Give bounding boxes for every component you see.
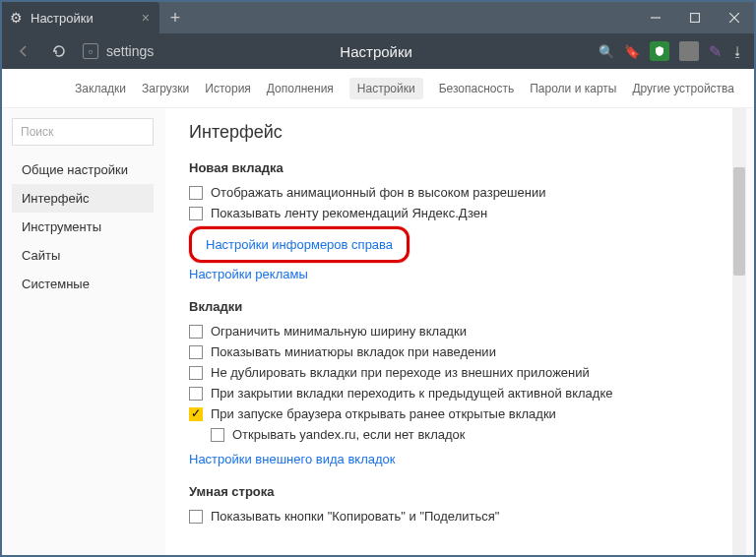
chk-copy-share[interactable]: Показывать кнопки "Копировать" и "Подели… xyxy=(189,509,723,524)
reload-button[interactable] xyxy=(47,39,71,63)
scrollbar-thumb[interactable] xyxy=(733,167,745,276)
sidebar-item-tools[interactable]: Инструменты xyxy=(12,213,154,241)
settings-sidebar: Поиск Общие настройки Интерфейс Инструме… xyxy=(12,108,154,555)
new-tab-button[interactable]: + xyxy=(159,8,191,29)
content-heading: Интерфейс xyxy=(189,122,723,143)
page-title: Настройки xyxy=(165,43,587,60)
section-smartbar-title: Умная строка xyxy=(189,484,723,499)
section-newtab-title: Новая вкладка xyxy=(189,160,723,175)
topnav-devices[interactable]: Другие устройства xyxy=(632,82,734,95)
topnav-passwords[interactable]: Пароли и карты xyxy=(530,82,616,95)
chk-no-duplicate-box[interactable] xyxy=(189,366,203,380)
search-icon[interactable]: 🔍 xyxy=(598,44,614,59)
highlight-annotation: Настройки информеров справа xyxy=(189,226,410,263)
chk-tab-thumbs-box[interactable] xyxy=(189,345,203,359)
link-tab-appearance[interactable]: Настройки внешнего вида вкладок xyxy=(189,452,395,466)
topnav-security[interactable]: Безопасность xyxy=(439,82,515,95)
bookmark-icon[interactable]: 🔖 xyxy=(624,44,640,59)
chk-restore-tabs[interactable]: При запуске браузера открывать ранее отк… xyxy=(189,406,723,421)
topnav-bookmarks[interactable]: Закладки xyxy=(75,82,126,95)
chk-zen-feed[interactable]: Показывать ленту рекомендаций Яндекс.Дзе… xyxy=(189,206,723,220)
sidebar-item-sites[interactable]: Сайты xyxy=(12,241,154,270)
svg-rect-1 xyxy=(691,14,700,23)
chk-min-width-box[interactable] xyxy=(189,325,203,339)
chk-no-duplicate[interactable]: Не дублировать вкладки при переходе из в… xyxy=(189,365,723,380)
url-text: settings xyxy=(106,43,154,59)
feather-icon[interactable]: ✎ xyxy=(709,42,722,61)
topnav-history[interactable]: История xyxy=(205,82,251,95)
chk-min-width[interactable]: Ограничить минимальную ширину вкладки xyxy=(189,324,723,339)
topnav-settings[interactable]: Настройки xyxy=(349,78,423,99)
chk-anim-bg[interactable]: Отображать анимационный фон в высоком ра… xyxy=(189,185,723,200)
close-tab-icon[interactable]: × xyxy=(142,10,150,26)
topnav-downloads[interactable]: Загрузки xyxy=(142,82,189,95)
url-box[interactable]: ○ settings xyxy=(83,43,154,59)
download-icon[interactable]: ⭳ xyxy=(731,44,744,59)
chk-zen-feed-box[interactable] xyxy=(189,207,203,220)
chk-open-yandex[interactable]: Открывать yandex.ru, если нет вкладок xyxy=(211,427,723,442)
settings-content: Интерфейс Новая вкладка Отображать анима… xyxy=(165,108,746,555)
content-scrollbar[interactable] xyxy=(732,108,746,555)
page-body: Поиск Общие настройки Интерфейс Инструме… xyxy=(2,108,754,555)
browser-tab[interactable]: ⚙ Настройки × xyxy=(2,2,159,33)
address-bar: ○ settings Настройки 🔍 🔖 ✎ ⭳ xyxy=(2,33,754,69)
chk-close-prev-box[interactable] xyxy=(189,387,203,401)
sidebar-item-general[interactable]: Общие настройки xyxy=(12,155,154,184)
settings-top-nav: Закладки Загрузки История Дополнения Нас… xyxy=(2,69,754,108)
close-window-button[interactable] xyxy=(715,2,754,33)
chk-restore-tabs-box[interactable] xyxy=(189,407,203,421)
chk-close-prev[interactable]: При закрытии вкладки переходить к предыд… xyxy=(189,386,723,401)
sidebar-search-input[interactable]: Поиск xyxy=(12,118,154,146)
minimize-button[interactable] xyxy=(636,2,675,33)
chk-anim-bg-box[interactable] xyxy=(189,186,203,200)
protect-icon[interactable] xyxy=(650,41,669,61)
section-tabs-title: Вкладки xyxy=(189,299,723,314)
chk-open-yandex-box[interactable] xyxy=(211,428,224,442)
gear-icon: ⚙ xyxy=(10,10,23,26)
site-info-icon[interactable]: ○ xyxy=(83,43,98,59)
topnav-addons[interactable]: Дополнения xyxy=(267,82,334,95)
link-ad-settings[interactable]: Настройки рекламы xyxy=(189,267,308,281)
tab-title: Настройки xyxy=(31,11,94,26)
extension-icon[interactable] xyxy=(679,41,699,61)
link-informers-settings[interactable]: Настройки информеров справа xyxy=(206,237,393,252)
maximize-button[interactable] xyxy=(675,2,715,33)
sidebar-item-system[interactable]: Системные xyxy=(12,270,154,298)
window-titlebar: ⚙ Настройки × + xyxy=(2,2,754,33)
chk-copy-share-box[interactable] xyxy=(189,510,203,524)
sidebar-item-interface[interactable]: Интерфейс xyxy=(12,184,154,213)
chk-tab-thumbs[interactable]: Показывать миниатюры вкладок при наведен… xyxy=(189,344,723,359)
back-button[interactable] xyxy=(12,39,35,63)
